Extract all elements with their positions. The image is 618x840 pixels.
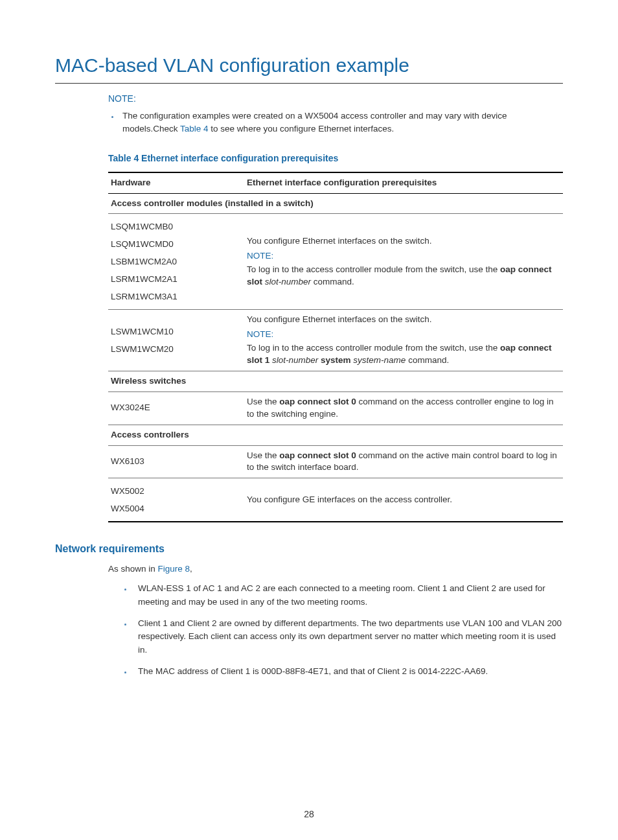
hw-item: LSWM1WCM20: [111, 340, 239, 358]
req-line: You configure Ethernet interfaces on the…: [247, 235, 558, 248]
req-bullet: Client 1 and Client 2 are owned by diffe…: [133, 617, 563, 658]
inline-note: NOTE:: [247, 250, 558, 262]
hw-item: LSRM1WCM3A1: [111, 288, 239, 305]
cmd-italic: slot-number: [265, 277, 311, 286]
hw-item: WX5004: [111, 500, 239, 517]
th-hardware: Hardware: [108, 172, 244, 193]
section-heading-network-req: Network requirements: [55, 542, 563, 556]
req-cell-2: You configure Ethernet interfaces on the…: [244, 310, 563, 371]
note-link-table4[interactable]: Table 4: [180, 124, 209, 134]
text: command.: [311, 277, 354, 286]
title-rule: [55, 83, 563, 84]
cmd-bold: oap connect slot 0: [279, 450, 356, 460]
hw-cell-5: WX5002 WX5004: [108, 478, 244, 522]
prereq-table: Hardware Ethernet interface configuratio…: [108, 172, 563, 523]
cmd-italic: system-name: [353, 355, 406, 365]
cmd-italic: slot-number: [272, 355, 318, 365]
note-bullet: The configuration examples were created …: [120, 110, 563, 136]
hw-cell-4: WX6103: [108, 445, 244, 478]
hw-cell-1: LSQM1WCMB0 LSQM1WCMD0 LSBM1WCM2A0 LSRM1W…: [108, 214, 244, 310]
hw-item: LSRM1WCM2A1: [111, 270, 239, 288]
req-intro: As shown in Figure 8,: [108, 563, 563, 576]
req-cell-1: You configure Ethernet interfaces on the…: [244, 214, 563, 310]
text: To log in to the access controller modul…: [247, 264, 500, 274]
text: Use the: [247, 397, 279, 406]
cmd-bold: oap connect slot 0: [279, 397, 356, 406]
req-line: To log in to the access controller modul…: [247, 264, 558, 288]
note-block: NOTE: The configuration examples were cr…: [108, 93, 563, 135]
note-text-post: to see where you configure Ethernet inte…: [209, 124, 395, 134]
text: ,: [190, 564, 192, 574]
page-number: 28: [55, 808, 563, 821]
req-cell-4: Use the oap connect slot 0 command on th…: [244, 445, 563, 478]
page-title: MAC-based VLAN configuration example: [55, 52, 563, 79]
req-list: WLAN-ESS 1 of AC 1 and AC 2 are each con…: [108, 582, 563, 679]
req-cell-3: Use the oap connect slot 0 command on th…: [244, 391, 563, 425]
section-ws: Wireless switches: [108, 371, 563, 392]
hw-item: LSBM1WCM2A0: [111, 253, 239, 270]
link-figure8[interactable]: Figure 8: [158, 564, 190, 574]
req-bullet: The MAC address of Client 1 is 000D-88F8…: [133, 665, 563, 679]
section-acm: Access controller modules (installed in …: [108, 193, 563, 214]
text: As shown in: [108, 564, 158, 574]
req-line: To log in to the access controller modul…: [247, 342, 558, 367]
text: Use the: [247, 450, 279, 460]
hw-cell-2: LSWM1WCM10 LSWM1WCM20: [108, 310, 244, 371]
note-label: NOTE:: [108, 93, 563, 106]
inline-note: NOTE:: [247, 329, 558, 341]
hw-item: LSQM1WCMB0: [111, 218, 239, 235]
cmd-bold: system: [318, 355, 353, 365]
text: To log in to the access controller modul…: [247, 343, 500, 353]
req-cell-5: You configure GE interfaces on the acces…: [244, 478, 563, 522]
hw-item: WX5002: [111, 482, 239, 500]
hw-cell-3: WX3024E: [108, 391, 244, 425]
hw-item: LSQM1WCMD0: [111, 235, 239, 253]
text: command.: [406, 355, 449, 365]
table-caption: Table 4 Ethernet interface configuration…: [108, 152, 563, 165]
th-req: Ethernet interface configuration prerequ…: [244, 172, 563, 193]
req-body: As shown in Figure 8, WLAN-ESS 1 of AC 1…: [108, 563, 563, 679]
note-list: The configuration examples were created …: [108, 110, 563, 136]
section-ac: Access controllers: [108, 425, 563, 445]
req-line: You configure Ethernet interfaces on the…: [247, 314, 558, 326]
hw-item: LSWM1WCM10: [111, 323, 239, 340]
req-bullet: WLAN-ESS 1 of AC 1 and AC 2 are each con…: [133, 582, 563, 609]
